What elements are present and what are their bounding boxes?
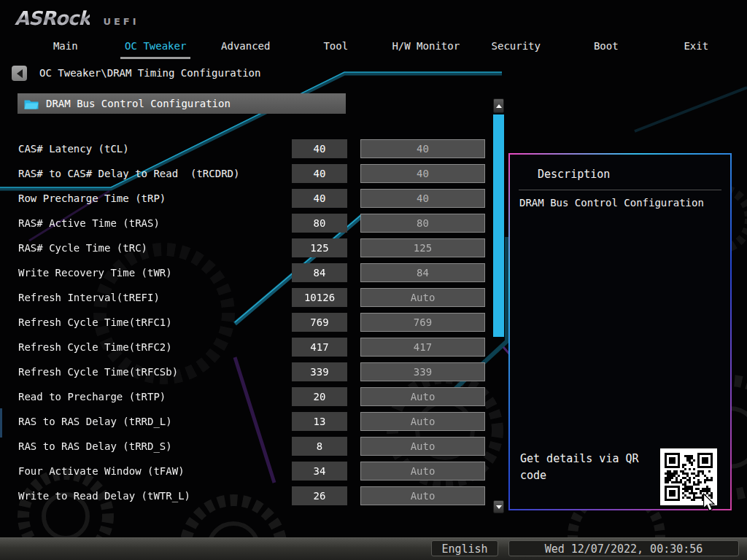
folder-icon <box>24 98 39 109</box>
uefi-label: UEFI <box>103 16 139 27</box>
setting-value-select[interactable]: 40 <box>360 164 485 183</box>
setting-label: RAS to RAS Delay (tRRD_L) <box>18 412 172 431</box>
setting-label: Refresh Cycle Time(tRFCSb) <box>18 362 178 381</box>
down-arrow-icon <box>496 505 502 509</box>
setting-current-value[interactable]: 34 <box>292 462 347 481</box>
scrollbar-thumb[interactable] <box>493 114 504 337</box>
uefi-screen: ASRock UEFI MainOC TweakerAdvancedToolH/… <box>0 0 747 560</box>
back-arrow-icon <box>17 69 23 78</box>
qr-caption: Get details via QR code <box>520 451 659 484</box>
setting-row: Row Precharge Time (tRP)4040 <box>0 189 489 208</box>
setting-row: RAS# Active Time (tRAS)8080 <box>0 214 489 233</box>
tab-tool[interactable]: Tool <box>291 36 382 56</box>
setting-row: RAS to RAS Delay (tRRD_S)8Auto <box>0 437 489 456</box>
brand-area: ASRock UEFI <box>15 7 139 29</box>
setting-current-value[interactable]: 417 <box>292 338 347 357</box>
mouse-cursor <box>700 493 718 512</box>
setting-value-select[interactable]: Auto <box>360 387 485 406</box>
setting-value-select[interactable]: 80 <box>360 214 485 233</box>
setting-value-select[interactable]: Auto <box>360 462 485 481</box>
setting-current-value[interactable]: 84 <box>292 263 347 282</box>
setting-row: RAS# Cycle Time (tRC)125125 <box>0 238 489 257</box>
tab-boot[interactable]: Boot <box>561 36 651 56</box>
setting-current-value[interactable]: 339 <box>292 362 347 381</box>
asrock-logo: ASRock <box>15 7 90 29</box>
setting-label: Refresh Cycle Time(tRFC1) <box>18 313 172 332</box>
setting-current-value[interactable]: 125 <box>292 238 347 257</box>
setting-row: RAS# to CAS# Delay to Read (tRCDRD)4040 <box>0 164 489 183</box>
setting-value-select[interactable]: 125 <box>360 238 485 257</box>
setting-row: RAS to RAS Delay (tRRD_L)13Auto <box>0 412 489 431</box>
tab-oc-tweaker[interactable]: OC Tweaker <box>111 36 201 56</box>
tab-advanced[interactable]: Advanced <box>201 36 291 56</box>
tab-security[interactable]: Security <box>471 36 562 56</box>
description-panel: Description DRAM Bus Control Configurati… <box>508 153 732 510</box>
setting-current-value[interactable]: 8 <box>292 437 347 456</box>
setting-value-select[interactable]: 84 <box>360 263 485 282</box>
setting-value-select[interactable]: Auto <box>360 412 485 431</box>
setting-value-select[interactable]: 40 <box>360 139 485 158</box>
setting-value-select[interactable]: 339 <box>360 362 485 381</box>
setting-label: Read to Precharge (tRTP) <box>18 387 166 406</box>
description-body: DRAM Bus Control Configuration <box>519 197 704 209</box>
setting-value-select[interactable]: 40 <box>360 189 485 208</box>
setting-label: RAS to RAS Delay (tRRD_S) <box>18 437 172 456</box>
setting-row: Four Activate Window (tFAW)34Auto <box>0 462 489 481</box>
scroll-down-button[interactable] <box>493 500 504 513</box>
language-button[interactable]: English <box>431 540 498 556</box>
setting-label: Write to Read Delay (tWTR_L) <box>18 486 190 505</box>
setting-row: Write to Read Delay (tWTR_L)26Auto <box>0 486 489 505</box>
scroll-up-button[interactable] <box>493 98 504 113</box>
description-divider <box>519 190 721 190</box>
setting-label: Refresh Cycle Time(tRFC2) <box>18 338 172 357</box>
setting-label: RAS# Active Time (tRAS) <box>18 214 160 233</box>
setting-current-value[interactable]: 20 <box>292 387 347 406</box>
setting-label: Write Recovery Time (tWR) <box>18 263 172 282</box>
setting-row: Refresh Cycle Time(tRFC1)769769 <box>0 313 489 332</box>
setting-row: Refresh Cycle Time(tRFCSb)339339 <box>0 362 489 381</box>
tab-h-w-monitor[interactable]: H/W Monitor <box>381 36 471 56</box>
setting-current-value[interactable]: 40 <box>292 139 347 158</box>
section-title: DRAM Bus Control Configuration <box>46 98 231 109</box>
description-title: Description <box>538 168 610 181</box>
setting-row: CAS# Latency (tCL)4040 <box>0 139 489 158</box>
nav-tabs: MainOC TweakerAdvancedToolH/W MonitorSec… <box>20 36 741 56</box>
section-dram-bus-control[interactable]: DRAM Bus Control Configuration <box>18 93 346 114</box>
setting-value-select[interactable]: Auto <box>360 288 485 307</box>
setting-label: RAS# Cycle Time (tRC) <box>18 238 147 257</box>
setting-current-value[interactable]: 40 <box>292 164 347 183</box>
setting-row: Refresh Cycle Time(tRFC2)417417 <box>0 338 489 357</box>
setting-label: Four Activate Window (tFAW) <box>18 462 185 481</box>
setting-value-select[interactable]: 417 <box>360 338 485 357</box>
back-button[interactable] <box>12 66 27 81</box>
setting-current-value[interactable]: 80 <box>292 214 347 233</box>
datetime-display: Wed 12/07/2022, 00:30:56 <box>508 540 739 556</box>
setting-label: CAS# Latency (tCL) <box>18 139 129 158</box>
setting-value-select[interactable]: Auto <box>360 486 485 505</box>
status-bar: English Wed 12/07/2022, 00:30:56 <box>0 537 747 560</box>
setting-current-value[interactable]: 769 <box>292 313 347 332</box>
setting-label: RAS# to CAS# Delay to Read (tRCDRD) <box>18 164 239 183</box>
breadcrumb: OC Tweaker\DRAM Timing Configuration <box>39 67 260 79</box>
setting-current-value[interactable]: 26 <box>292 486 347 505</box>
setting-current-value[interactable]: 10126 <box>292 288 347 307</box>
up-arrow-icon <box>496 104 502 108</box>
setting-current-value[interactable]: 13 <box>292 412 347 431</box>
setting-row: Write Recovery Time (tWR)8484 <box>0 263 489 282</box>
tab-main[interactable]: Main <box>20 36 111 56</box>
setting-row: Refresh Interval(tREFI)10126Auto <box>0 288 489 307</box>
tab-exit[interactable]: Exit <box>651 36 742 56</box>
setting-current-value[interactable]: 40 <box>292 189 347 208</box>
setting-label: Row Precharge Time (tRP) <box>18 189 166 208</box>
setting-value-select[interactable]: 769 <box>360 313 485 332</box>
setting-value-select[interactable]: Auto <box>360 437 485 456</box>
setting-label: Refresh Interval(tREFI) <box>18 288 160 307</box>
description-panel-inner: Description DRAM Bus Control Configurati… <box>510 155 730 509</box>
setting-row: Read to Precharge (tRTP)20Auto <box>0 387 489 406</box>
